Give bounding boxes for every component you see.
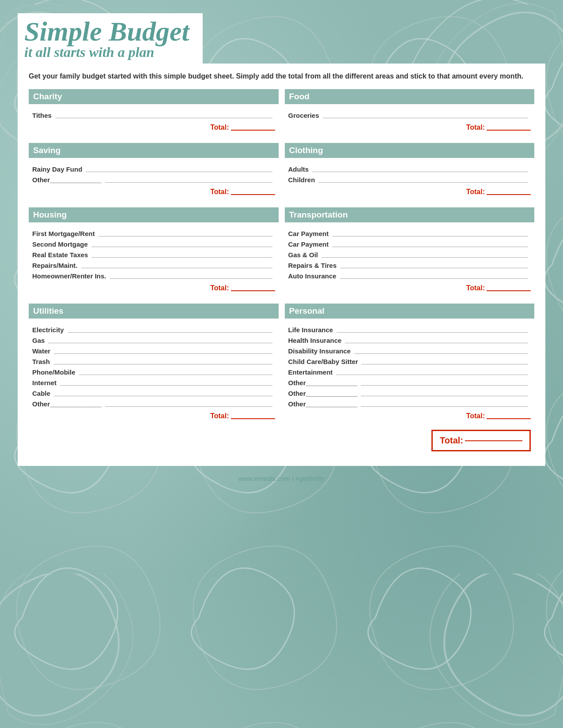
- food-header: Food: [285, 89, 535, 104]
- health-insurance-line: [345, 343, 528, 343]
- housing-repairs: Repairs/Maint.: [32, 262, 78, 269]
- charity-section: Charity Tithes Total:: [29, 89, 279, 137]
- personal-life-insurance: Life Insurance: [288, 326, 333, 334]
- list-item: Entertainment: [288, 366, 531, 377]
- utilities-electricity: Electricity: [32, 326, 64, 334]
- list-item: Child Care/Baby Sitter: [288, 356, 531, 366]
- list-item: Children: [288, 174, 531, 184]
- utilities-trash: Trash: [32, 358, 50, 365]
- clothing-body: Adults Children Total:: [285, 161, 535, 201]
- adults-line: [312, 172, 528, 172]
- utilities-total-underline: [231, 418, 275, 419]
- transportation-body: Car Payment Car Payment Gas & Oil Repair…: [285, 226, 535, 297]
- swirl-bl-icon: [0, 574, 155, 728]
- main-content: Get your family budget started with this…: [18, 64, 545, 466]
- list-item: Gas: [32, 334, 275, 345]
- personal-total-label: Total:: [466, 412, 485, 420]
- food-total-underline: [487, 130, 531, 131]
- car-payment-2-line: [332, 247, 528, 247]
- housing-total-underline: [231, 290, 275, 291]
- transportation-auto-insurance: Auto Insurance: [288, 272, 336, 280]
- page-wrapper: Simple Budget it all starts with a plan …: [0, 0, 563, 728]
- charity-total-underline: [231, 130, 275, 131]
- repairs-tires-line: [340, 268, 528, 268]
- list-item: Other______________: [288, 387, 531, 398]
- list-item: Repairs & Tires: [288, 259, 531, 270]
- tithes-line: [55, 118, 272, 118]
- description-text: Get your family budget started with this…: [29, 71, 534, 81]
- list-item: Repairs/Maint.: [32, 259, 275, 270]
- housing-total-row: Total:: [32, 281, 275, 294]
- homeowner-line: [110, 278, 272, 279]
- groceries-line: [323, 118, 528, 118]
- housing-real-estate: Real Estate Taxes: [32, 251, 88, 259]
- cable-line: [54, 396, 272, 396]
- grand-total-label: Total:: [440, 435, 463, 446]
- car-payment-1-line: [332, 236, 528, 236]
- utilities-water: Water: [32, 347, 50, 355]
- utilities-body: Electricity Gas Water Trash: [29, 322, 279, 425]
- food-total-label: Total:: [466, 124, 485, 131]
- trash-line: [53, 364, 272, 364]
- list-item: Adults: [288, 163, 531, 174]
- list-item: Gas & Oil: [288, 249, 531, 259]
- list-item: Other______________: [288, 398, 531, 409]
- housing-first-mortgage: First Mortgage/Rent: [32, 230, 95, 237]
- disability-line: [354, 353, 528, 354]
- personal-disability: Disability Insurance: [288, 347, 351, 355]
- utilities-other-line: [105, 406, 272, 407]
- utilities-other: Other______________: [32, 400, 102, 408]
- water-line: [54, 353, 272, 354]
- transportation-car-payment-2: Car Payment: [288, 240, 329, 248]
- food-section: Food Groceries Total:: [285, 89, 535, 137]
- utilities-cable: Cable: [32, 390, 50, 397]
- saving-total-row: Total:: [32, 184, 275, 198]
- utilities-section: Utilities Electricity Gas Water: [29, 304, 279, 455]
- list-item: Other______________: [32, 398, 275, 409]
- list-item: Real Estate Taxes: [32, 249, 275, 259]
- rainy-day-line: [86, 172, 272, 172]
- first-mortgage-line: [98, 236, 272, 236]
- clothing-children: Children: [288, 176, 315, 184]
- title-block: Simple Budget it all starts with a plan: [18, 13, 203, 66]
- saving-rainy-day: Rainy Day Fund: [32, 165, 82, 173]
- clothing-adults: Adults: [288, 165, 309, 173]
- clothing-total-row: Total:: [288, 184, 531, 198]
- list-item: Internet: [32, 377, 275, 387]
- transportation-total-row: Total:: [288, 281, 531, 294]
- electricity-line: [68, 332, 272, 333]
- clothing-header: Clothing: [285, 143, 535, 158]
- auto-insurance-line: [340, 278, 528, 279]
- food-total-row: Total:: [288, 120, 531, 133]
- charity-header: Charity: [29, 89, 279, 104]
- charity-tithes: Tithes: [32, 112, 52, 119]
- grand-total-box: Total:: [431, 430, 531, 451]
- personal-header: Personal: [285, 304, 535, 319]
- utilities-gas: Gas: [32, 337, 45, 344]
- list-item: Other______________: [32, 174, 275, 184]
- page-subtitle: it all starts with a plan: [24, 45, 189, 59]
- list-item: Tithes: [32, 109, 275, 120]
- utilities-phone: Phone/Mobile: [32, 368, 76, 376]
- housing-total-label: Total:: [210, 284, 229, 292]
- phone-line: [79, 375, 272, 375]
- personal-childcare: Child Care/Baby Sitter: [288, 358, 358, 365]
- saving-section: Saving Rainy Day Fund Other_____________…: [29, 143, 279, 201]
- saving-header: Saving: [29, 143, 279, 158]
- housing-section: Housing First Mortgage/Rent Second Mortg…: [29, 207, 279, 297]
- second-mortgage-line: [91, 247, 272, 247]
- saving-total-label: Total:: [210, 188, 229, 196]
- transportation-header: Transportation: [285, 207, 535, 222]
- list-item: Health Insurance: [288, 334, 531, 345]
- personal-other-3-line: [361, 406, 528, 407]
- list-item: First Mortgage/Rent: [32, 228, 275, 238]
- personal-other-1: Other______________: [288, 379, 358, 387]
- charity-total-label: Total:: [210, 124, 229, 131]
- saving-other: Other______________: [32, 176, 102, 184]
- personal-total-row: Total:: [288, 409, 531, 422]
- list-item: Disability Insurance: [288, 345, 531, 356]
- personal-body: Life Insurance Health Insurance Disabili…: [285, 322, 535, 455]
- housing-homeowner: Homeowner/Renter Ins.: [32, 272, 106, 280]
- list-item: Water: [32, 345, 275, 356]
- food-body: Groceries Total:: [285, 108, 535, 137]
